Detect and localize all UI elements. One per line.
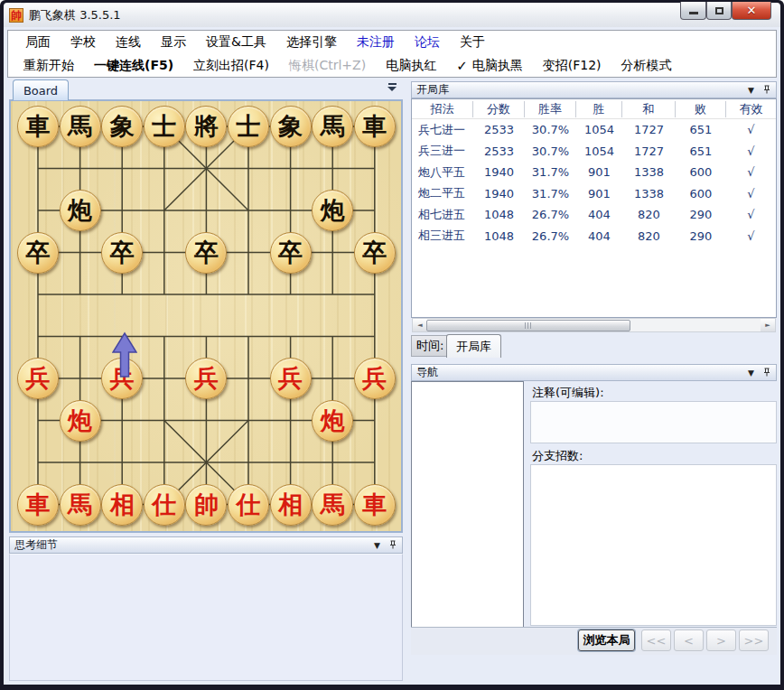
board-piece-black[interactable]: 象	[270, 106, 312, 147]
toolbar-item-4[interactable]: 悔棋(Ctrl+Z)	[279, 58, 376, 74]
menu-item-9[interactable]: 关于	[450, 34, 495, 51]
board-piece-red[interactable]: 相	[101, 484, 143, 526]
board-piece-black[interactable]: 車	[354, 106, 396, 147]
board-piece-red[interactable]: 仕	[228, 484, 269, 526]
book-row-1[interactable]: 兵七进一253330.7%10541727651√	[412, 119, 776, 141]
title-bar[interactable]: 帥 鹏飞象棋 3.5.5.1	[4, 3, 780, 27]
nav-button-first[interactable]: <<	[641, 629, 671, 651]
toolbar-item-5[interactable]: 电脑执红	[376, 58, 446, 74]
horizontal-scrollbar[interactable]: ◄ ►	[412, 318, 776, 332]
toolbar-item-7[interactable]: 变招(F12)	[533, 58, 611, 74]
board-piece-black[interactable]: 卒	[270, 232, 312, 274]
toolbar-item-6[interactable]: ✓电脑执黑	[446, 58, 533, 74]
menu-item-6[interactable]: 选择引擎	[276, 34, 347, 51]
board-piece-red[interactable]: 車	[354, 484, 396, 526]
collapse-icon[interactable]: ▼	[748, 86, 754, 95]
book-col-header-2[interactable]: 分数	[473, 101, 525, 117]
collapse-icon[interactable]: ▼	[374, 541, 380, 550]
book-col-header-4[interactable]: 胜	[576, 101, 622, 117]
pin-icon[interactable]	[388, 540, 397, 550]
board-piece-black[interactable]: 卒	[101, 232, 143, 274]
minimize-button[interactable]	[680, 2, 706, 20]
book-cell: 290	[676, 208, 726, 221]
collapse-icon[interactable]: ▼	[748, 368, 754, 378]
board-piece-red[interactable]: 馬	[60, 484, 101, 526]
chess-board[interactable]: 車馬象士將士象馬車炮炮卒卒卒卒卒兵兵兵兵兵炮炮車馬相仕帥仕相馬車	[9, 99, 403, 533]
scroll-right-icon[interactable]: ►	[761, 319, 775, 331]
toolbar-item-1[interactable]: 重新开始	[14, 58, 84, 74]
branch-moves-list[interactable]	[530, 464, 777, 626]
board-piece-black[interactable]: 卒	[354, 232, 396, 274]
thinking-panel-title: 思考细节	[14, 537, 58, 553]
scroll-left-icon[interactable]: ◄	[413, 319, 427, 331]
board-piece-red[interactable]: 車	[17, 484, 59, 526]
maximize-button[interactable]	[706, 2, 732, 20]
menu-item-4[interactable]: 显示	[151, 34, 196, 51]
book-row-6[interactable]: 相三进五104826.7%404820290√	[412, 226, 776, 247]
pin-icon[interactable]	[762, 85, 771, 95]
board-piece-red[interactable]: 兵	[270, 358, 312, 399]
toolbar-item-8[interactable]: 分析模式	[611, 58, 682, 74]
nav-panel-header: 导航 ▼	[411, 364, 777, 381]
board-piece-black[interactable]: 卒	[185, 232, 227, 274]
board-piece-red[interactable]: 兵	[354, 358, 396, 399]
book-row-3[interactable]: 炮八平五194031.7%9011338600√	[412, 162, 776, 183]
book-cell: 651	[676, 123, 726, 136]
comment-label: 注释(可编辑):	[532, 385, 604, 401]
move-list[interactable]	[411, 381, 524, 628]
tab-opening-book[interactable]: 开局库	[446, 334, 501, 358]
book-col-header-7[interactable]: 有效	[726, 101, 776, 117]
book-col-header-1[interactable]: 招法	[412, 101, 473, 117]
menu-item-3[interactable]: 连线	[106, 34, 151, 51]
menu-item-8[interactable]: 论坛	[405, 34, 450, 51]
book-panel-title: 开局库	[416, 82, 449, 98]
scrollbar-thumb[interactable]	[426, 320, 630, 331]
board-piece-red[interactable]: 兵	[17, 358, 59, 399]
browse-game-button[interactable]: 浏览本局	[578, 629, 635, 651]
book-cell: 2533	[473, 145, 525, 158]
tab-menu-icon[interactable]	[387, 83, 397, 94]
book-cell: √	[726, 165, 776, 179]
pin-icon[interactable]	[762, 368, 771, 378]
book-col-header-3[interactable]: 胜率	[525, 101, 576, 117]
board-piece-black[interactable]: 車	[17, 106, 59, 147]
board-piece-red[interactable]: 馬	[312, 484, 353, 526]
nav-button-prev[interactable]: <	[674, 629, 704, 651]
book-row-2[interactable]: 兵三进一253330.7%10541727651√	[412, 141, 776, 163]
book-col-header-6[interactable]: 败	[676, 101, 726, 117]
toolbar-item-2[interactable]: 一键连线(F5)	[84, 58, 183, 74]
book-row-4[interactable]: 炮二平五194031.7%9011338600√	[412, 183, 776, 205]
book-cell: √	[726, 208, 776, 221]
nav-panel-title: 导航	[416, 365, 438, 380]
book-cell: 820	[622, 229, 676, 243]
toolbar-item-3[interactable]: 立刻出招(F4)	[183, 58, 279, 74]
book-col-header-5[interactable]: 和	[622, 101, 676, 117]
menu-item-2[interactable]: 学校	[61, 34, 106, 51]
book-cell: 600	[676, 165, 726, 179]
book-row-5[interactable]: 相七进五104826.7%404820290√	[412, 204, 776, 226]
board-piece-red[interactable]: 炮	[60, 400, 101, 442]
comment-textarea[interactable]	[530, 401, 777, 443]
board-piece-black[interactable]: 卒	[17, 232, 59, 274]
board-piece-red[interactable]: 帥	[185, 484, 227, 526]
board-piece-black[interactable]: 士	[144, 106, 185, 147]
board-piece-black[interactable]: 炮	[60, 190, 101, 231]
board-piece-black[interactable]: 馬	[60, 106, 101, 147]
board-piece-red[interactable]: 仕	[144, 484, 185, 526]
board-piece-black[interactable]: 象	[101, 106, 143, 147]
menu-item-5[interactable]: 设置&工具	[196, 34, 276, 51]
menu-item-7[interactable]: 未注册	[347, 34, 405, 51]
book-cell: 相七进五	[412, 207, 473, 223]
board-piece-black[interactable]: 炮	[312, 190, 353, 231]
nav-button-next[interactable]: >	[706, 629, 736, 651]
board-piece-black[interactable]: 馬	[312, 106, 353, 147]
board-piece-red[interactable]: 相	[270, 484, 312, 526]
menu-item-1[interactable]: 局面	[15, 34, 61, 51]
menu-toolbar-box: 局面学校连线显示设置&工具选择引擎未注册论坛关于 重新开始一键连线(F5)立刻出…	[7, 30, 777, 78]
tab-board[interactable]: Board	[13, 79, 69, 100]
board-piece-red[interactable]: 炮	[312, 400, 353, 442]
close-button[interactable]: ✕	[732, 2, 771, 20]
client-area: 局面学校连线显示设置&工具选择引擎未注册论坛关于 重新开始一键连线(F5)立刻出…	[4, 27, 780, 685]
board-piece-black[interactable]: 士	[228, 106, 269, 147]
nav-button-last[interactable]: >>	[739, 629, 769, 651]
